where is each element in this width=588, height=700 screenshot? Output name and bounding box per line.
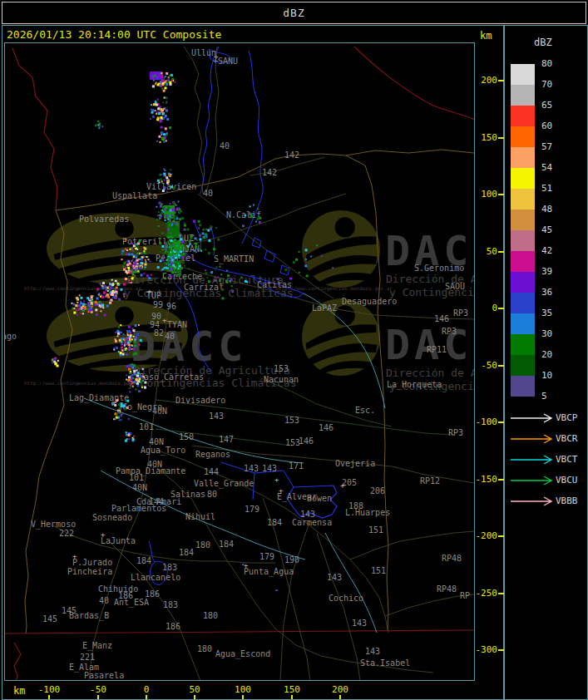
map-line	[56, 154, 346, 210]
radar-echo	[166, 72, 168, 75]
radar-echo	[208, 252, 210, 254]
radar-echo	[133, 256, 135, 258]
radar-echo	[134, 263, 136, 265]
radar-echo	[87, 302, 90, 304]
radar-echo	[183, 253, 185, 255]
radar-echo	[162, 102, 164, 104]
radar-echo	[230, 282, 231, 283]
radar-echo	[132, 328, 134, 330]
scale-value-label: 42	[541, 245, 570, 256]
radar-echo	[169, 75, 170, 76]
radar-echo	[161, 72, 162, 74]
map-label: 143	[262, 464, 277, 473]
radar-echo	[92, 301, 94, 303]
radar-echo	[167, 228, 170, 230]
y-tick-mark	[498, 194, 504, 195]
radar-echo	[170, 268, 173, 270]
map-label: Paso_Carretas	[139, 372, 204, 382]
map-label: Parlamentos	[111, 504, 166, 513]
radar-echo	[119, 339, 121, 342]
radar-echo	[136, 370, 138, 372]
radar-echo	[118, 412, 120, 413]
radar-echo	[159, 217, 161, 219]
radar-echo	[132, 382, 134, 384]
radar-echo	[246, 281, 248, 283]
radar-echo	[166, 102, 167, 104]
radar-echo	[306, 274, 309, 277]
radar-echo	[162, 112, 165, 115]
map-label: 146	[299, 436, 314, 446]
radar-echo	[165, 234, 167, 236]
radar-echo	[195, 251, 197, 253]
radar-echo	[160, 120, 162, 122]
map-label: Ant_ESA	[114, 598, 149, 608]
radar-echo	[136, 259, 139, 262]
map-label: 222	[59, 529, 74, 538]
radar-echo	[119, 407, 121, 410]
map-label: 143	[365, 647, 380, 656]
radar-echo	[142, 377, 144, 378]
radar-echo	[132, 250, 134, 252]
radar-echo	[131, 277, 134, 279]
radar-echo	[134, 242, 136, 244]
radar-echo	[77, 314, 78, 316]
radar-echo	[221, 297, 224, 299]
radar-echo	[141, 385, 142, 387]
radar-echo	[115, 296, 117, 298]
radar-echo	[187, 229, 190, 231]
radar-echo	[172, 248, 174, 249]
y-tick-label: -100	[474, 417, 497, 427]
map-label: RP3	[448, 428, 463, 437]
radar-echo	[175, 251, 176, 253]
radar-echo	[82, 313, 84, 314]
radar-echo	[161, 256, 163, 258]
vector-arrow-icon	[509, 432, 556, 446]
map-label: Llancanelo	[131, 573, 180, 582]
radar-echo	[305, 259, 307, 260]
radar-echo	[167, 180, 170, 183]
radar-echo	[128, 254, 131, 256]
scale-value-label: 51	[541, 183, 570, 194]
radar-echo	[95, 303, 97, 306]
radar-echo	[170, 239, 173, 242]
radar-echo	[173, 212, 175, 214]
radar-echo	[161, 87, 163, 89]
map-label: 150	[179, 432, 194, 441]
radar-echo	[166, 226, 167, 228]
radar-echo	[131, 271, 134, 274]
radar-echo	[112, 288, 115, 290]
radar-echo	[77, 302, 78, 303]
map-label: 82	[154, 328, 164, 338]
map-line	[25, 210, 72, 633]
radar-echo	[146, 274, 149, 277]
radar-echo	[163, 76, 165, 78]
radar-echo	[144, 382, 146, 384]
map-label: 142	[262, 168, 277, 177]
vector-label: VBCU	[556, 475, 578, 486]
map-line	[317, 533, 360, 680]
radar-echo	[156, 113, 157, 115]
radar-echo	[126, 400, 129, 402]
x-tick-label: -50	[82, 684, 115, 695]
radar-echo	[121, 402, 123, 405]
map-label: Bardas_B	[69, 611, 109, 621]
radar-echo	[156, 219, 159, 221]
map-label: 190	[284, 555, 299, 564]
radar-echo	[113, 348, 115, 349]
radar-echo	[166, 209, 169, 211]
watermark-url: http://www.contingencias.mendoza.gov.ar	[275, 285, 393, 292]
radar-echo	[141, 274, 143, 277]
map-label: Pasarela	[84, 671, 124, 680]
radar-echo	[138, 240, 141, 243]
map-label: 184	[179, 548, 194, 557]
radar-echo	[240, 277, 242, 279]
radar-echo	[129, 339, 131, 341]
radar-echo	[121, 343, 123, 346]
radar-echo	[152, 85, 155, 87]
radar-echo	[136, 244, 138, 245]
radar-echo	[113, 418, 115, 420]
radar-echo	[166, 135, 167, 136]
radar-echo	[185, 248, 186, 249]
radar-echo	[162, 233, 164, 234]
radar-echo	[172, 222, 174, 224]
